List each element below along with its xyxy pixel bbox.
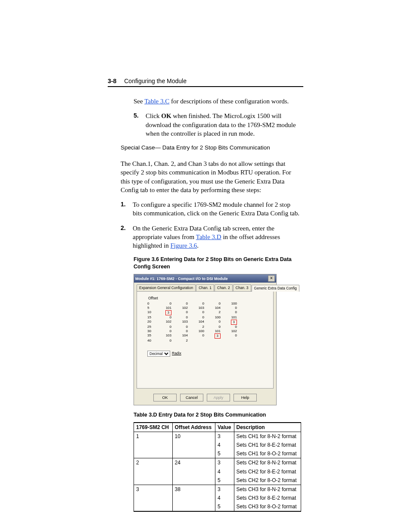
offset-cell[interactable]: 0 xyxy=(190,302,206,306)
offset-cell[interactable]: 0 xyxy=(157,315,173,320)
offset-grid: 0000010051011021031040103002015000100101… xyxy=(147,302,270,343)
offset-cell[interactable]: 0 xyxy=(157,325,173,329)
offset-row-label: 25 xyxy=(147,325,157,329)
table-caption: Table 3.D Entry Data for 2 Stop Bits Com… xyxy=(134,411,301,419)
offset-cell[interactable]: 102 xyxy=(173,306,190,310)
step-1-text: To configure a specific 1769-SM2 module … xyxy=(133,200,301,218)
offset-cell[interactable]: 3 xyxy=(157,310,173,315)
offset-cell[interactable] xyxy=(190,339,206,343)
offset-cell[interactable] xyxy=(206,339,222,343)
tab-chan-2[interactable]: Chan. 2 xyxy=(215,284,233,291)
highlighted-offset-value: 3 xyxy=(215,333,221,339)
intro-paragraph: See Table 3.C for descriptions of these … xyxy=(134,97,301,106)
offset-cell[interactable]: 103 xyxy=(190,306,206,310)
offset-cell[interactable]: 0 xyxy=(157,329,173,333)
page-number: 3-8 xyxy=(108,78,116,84)
step-number: 1. xyxy=(121,200,133,218)
offset-label: Offset xyxy=(148,296,270,301)
col-desc: Description xyxy=(234,423,301,432)
link-table-3d[interactable]: Table 3.D xyxy=(196,233,221,240)
header-rule xyxy=(108,86,303,87)
offset-row-label: 30 xyxy=(147,329,157,333)
offset-cell[interactable]: 101 xyxy=(157,306,173,310)
table-row: 2243Sets CH2 for 8-N-2 format xyxy=(134,458,301,467)
close-icon[interactable]: × xyxy=(268,275,275,282)
tab-generic-extra-data[interactable]: Generic Extra Data Config xyxy=(252,285,299,291)
offset-cell[interactable]: 0 xyxy=(173,315,190,320)
help-button[interactable]: Help xyxy=(234,394,257,401)
apply-button[interactable]: Apply xyxy=(207,394,230,401)
tab-expansion-general[interactable]: Expansion General Configuration xyxy=(137,284,196,291)
offset-cell[interactable]: 104 xyxy=(190,320,206,325)
offset-cell[interactable]: 2 xyxy=(190,325,206,329)
offset-cell[interactable]: 3 xyxy=(206,333,222,339)
offset-cell[interactable]: 101 xyxy=(206,329,222,333)
step-5: 5. Click OK when finished. The MicroLogi… xyxy=(134,112,301,138)
table-row: 1103Sets CH1 for 8-N-2 format xyxy=(134,432,301,441)
offset-cell[interactable]: 2 xyxy=(173,339,190,343)
offset-cell[interactable]: 0 xyxy=(190,333,206,339)
cancel-button[interactable]: Cancel xyxy=(180,394,203,401)
offset-cell[interactable]: 102 xyxy=(157,320,173,325)
highlighted-offset-value: 3 xyxy=(231,320,237,325)
offset-cell[interactable]: 104 xyxy=(173,333,190,339)
offset-cell[interactable]: 0 xyxy=(173,329,190,333)
col-ch: 1769-SM2 CH xyxy=(134,423,173,432)
highlighted-offset-value: 3 xyxy=(165,310,171,315)
offset-cell[interactable]: 100 xyxy=(222,302,239,306)
dialog-tabpage: Offset 000001005101102103104010300201500… xyxy=(137,291,274,389)
table-row: 3383Sets CH3 for 8-N-2 format xyxy=(134,485,301,494)
offset-cell[interactable]: 0 xyxy=(206,320,222,325)
offset-cell[interactable]: 100 xyxy=(190,329,206,333)
step-2: 2. On the Generic Extra Data Config tab … xyxy=(121,224,301,250)
table-row: 4Sets CH2 for 8-E-2 format xyxy=(134,467,301,476)
special-case-heading: Special Case— Data Entry for 2 Stop Bits… xyxy=(121,144,301,152)
offset-cell[interactable]: 0 xyxy=(206,325,222,329)
offset-cell[interactable]: 0 xyxy=(206,302,222,306)
offset-cell[interactable]: 0 xyxy=(222,325,239,329)
offset-cell[interactable]: 0 xyxy=(173,302,190,306)
offset-cell[interactable]: 2 xyxy=(206,310,222,315)
module-dialog: Module #1: 1769-SM2 - Compact I/O to DSI… xyxy=(134,274,277,405)
offset-cell[interactable]: 101 xyxy=(222,315,239,320)
offset-row-label: 0 xyxy=(147,302,157,306)
offset-cell[interactable]: 102 xyxy=(222,329,239,333)
dialog-titlebar: Module #1: 1769-SM2 - Compact I/O to DSI… xyxy=(134,274,276,283)
table-row: 4Sets CH1 for 8-E-2 format xyxy=(134,441,301,449)
offset-row-label: 10 xyxy=(147,310,157,315)
radix-row: Decimal Radix xyxy=(147,351,270,357)
offset-cell[interactable]: 3 xyxy=(222,320,239,325)
table-row: 5Sets CH2 for 8-O-2 format xyxy=(134,476,301,485)
table-row: 5Sets CH1 for 8-O-2 format xyxy=(134,449,301,458)
dialog-button-row: OK Cancel Apply Help xyxy=(134,391,276,405)
offset-cell[interactable]: 0 xyxy=(222,306,239,310)
tab-chan-3[interactable]: Chan. 3 xyxy=(233,284,251,291)
offset-cell[interactable]: 0 xyxy=(222,333,239,339)
offset-cell[interactable]: 103 xyxy=(157,333,173,339)
table-row: 5Sets CH3 for 8-O-2 format xyxy=(134,502,301,511)
tab-chan-1[interactable]: Chan. 1 xyxy=(196,284,214,291)
offset-cell[interactable]: 0 xyxy=(190,315,206,320)
offset-cell[interactable]: 0 xyxy=(157,339,173,343)
table-3d: 1769-SM2 CH Offset Address Value Descrip… xyxy=(134,422,301,512)
dialog-tabstrip: Expansion General Configuration Chan. 1 … xyxy=(134,283,276,291)
ok-button[interactable]: OK xyxy=(153,394,177,401)
offset-cell[interactable]: 0 xyxy=(222,310,239,315)
offset-row-label: 40 xyxy=(147,339,157,343)
offset-cell[interactable]: 0 xyxy=(157,302,173,306)
figure-caption: Figure 3.6 Entering Data for 2 Stop Bits… xyxy=(134,256,301,271)
offset-cell[interactable]: 103 xyxy=(173,320,190,325)
offset-cell[interactable]: 0 xyxy=(173,310,190,315)
running-header: 3-8 Configuring the Module xyxy=(108,78,303,84)
offset-cell[interactable]: 104 xyxy=(206,306,222,310)
offset-cell[interactable]: 0 xyxy=(190,310,206,315)
offset-row-label: 5 xyxy=(147,306,157,310)
link-table-3c[interactable]: Table 3.C xyxy=(144,98,169,105)
link-figure-3-6[interactable]: Figure 3.6 xyxy=(171,242,197,249)
offset-cell[interactable]: 0 xyxy=(173,325,190,329)
radix-select[interactable]: Decimal xyxy=(147,351,170,357)
offset-cell[interactable]: 100 xyxy=(206,315,222,320)
offset-row-label: 35 xyxy=(147,333,157,339)
offset-cell[interactable] xyxy=(222,339,239,343)
step-number: 2. xyxy=(121,224,133,250)
